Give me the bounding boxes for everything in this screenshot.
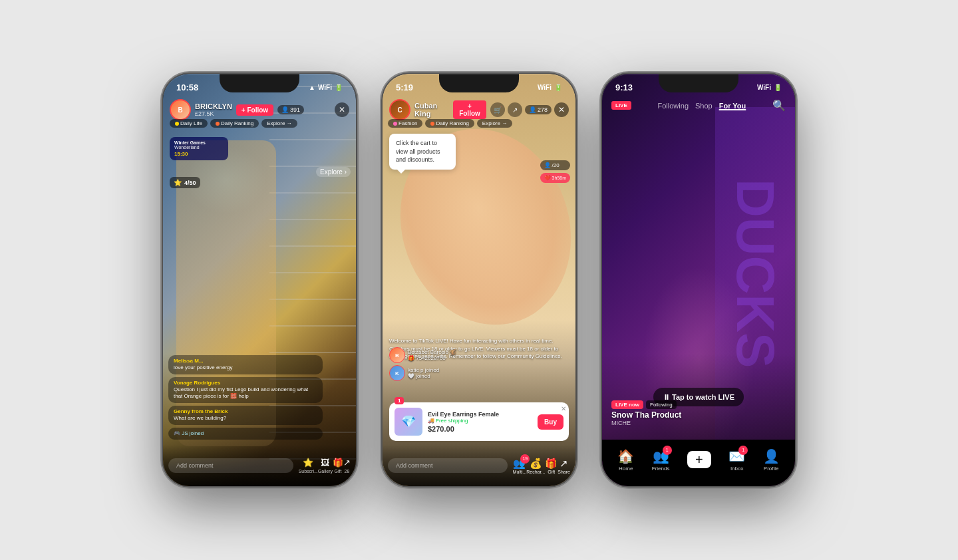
gift-btn-1[interactable]: 🎁 Gift [333,458,343,474]
status-icons-3: WiFi🔋 [757,84,782,91]
share-count-1[interactable]: ↗ 28 [343,458,351,474]
follow-button-1[interactable]: + Follow [236,104,273,116]
nav-friends[interactable]: 👥 1 Friends [652,448,670,472]
top-nav-3: Following Shop For You [658,102,746,110]
plus-btn[interactable]: + [687,451,711,468]
status-time-3: 9:13 [615,82,633,92]
live-now-badge: LIVE now [611,400,643,409]
creator-username-1: BRICKLYN [195,102,232,110]
cart-icon[interactable]: 🛒 [490,102,505,117]
tag-fashion[interactable]: Fashion [388,119,422,128]
creator-name-3: Snow Tha Product [611,410,681,420]
creator-avatar-2: C [389,99,410,120]
join-user-1: Betzabet Barceló 🐒 [408,349,456,355]
creator-avatar-1: B [170,99,191,120]
home-icon: 🏠 [617,448,634,464]
chat-msg-3: 🎮 JS joined [168,428,323,440]
comment-input-1[interactable]: Add comment [168,458,293,473]
multi-badge: 19 [520,454,530,464]
status-icons-2: WiFi🔋 [538,84,562,91]
bottom-nav-3: 🏠 Home 👥 1 Friends + [602,440,795,486]
share-icon-2[interactable]: ↗ [508,102,522,117]
live-badge-3: LIVE [611,101,631,110]
creator-followers-1: £27.5K [195,110,232,117]
tag-explore-1[interactable]: Explore → [261,119,297,128]
chat-msg-0: Melissa M... love your positive energy [168,355,323,374]
gift-btn-2[interactable]: 🎁 Gift [545,458,558,474]
product-image: 💎 [395,408,422,436]
viewer-count-2: 👤 278 [525,105,552,114]
product-close-btn[interactable]: ✕ [561,405,566,412]
heart-count-2: ❤️3h58m [540,173,570,183]
phones-container: 10:58 ▲WiFi🔋 B BRICKLYN £27.5K + Follow … [150,61,808,499]
join-text-2: 🤍 joined [408,373,439,379]
inbox-badge: 1 [738,446,748,455]
product-number: 1 [395,397,404,404]
close-button-1[interactable]: ✕ [335,102,349,117]
tag-daily-life[interactable]: Daily Life [170,119,208,128]
friends-badge: 1 [663,446,672,455]
tag-explore-2[interactable]: Explore → [477,119,512,128]
buy-button[interactable]: Buy [538,414,563,430]
close-button-2[interactable]: ✕ [554,102,569,117]
product-shipping: 🚚 Free shipping [428,418,532,424]
explore-btn-1[interactable]: Explore › [316,167,351,177]
product-price: $270.00 [428,425,532,433]
tooltip-box: Click the cart to view all products and … [389,134,456,170]
search-button-3[interactable]: 🔍 [772,99,786,112]
nav-profile[interactable]: 👤 Profile [763,448,780,472]
phone-3: DUCKS 9:13 WiFi🔋 LIVE Following Sho [602,74,795,486]
product-card-2: 1 💎 Evil Eye Earrings Female 🚚 Free ship… [389,402,569,441]
nav-for-you[interactable]: For You [719,102,746,110]
tag-daily-ranking-2[interactable]: Daily Ranking [425,119,474,128]
comment-input-2[interactable]: Add comment [388,458,508,473]
profile-icon: 👤 [763,448,780,464]
share-btn-2[interactable]: ↗ Share [558,458,570,474]
creator-username-2: Cuban King [414,102,449,118]
chat-msg-1: Vonage Rodrigues Question I just did my … [168,377,323,403]
phone-1: 10:58 ▲WiFi🔋 B BRICKLYN £27.5K + Follow … [163,74,356,486]
join-code-1: 🎁 7542628760 [408,355,456,361]
nav-shop[interactable]: Shop [695,102,713,110]
tag-daily-ranking[interactable]: Daily Ranking [210,119,259,128]
nav-inbox[interactable]: ✉️ 1 Inbox [728,448,745,472]
gallery-btn-1[interactable]: 🖼 Gallery [318,458,333,474]
status-time-2: 5:19 [396,82,413,92]
status-icons-1: ▲WiFi🔋 [309,84,343,91]
winter-timer: 15:30 [174,151,224,157]
product-name: Evil Eye Earrings Female [428,411,532,418]
chat-msg-2: Genny from the Brick What are we buildin… [168,406,323,425]
winter-subtitle: Wonderland [174,145,224,150]
following-badge: Following [646,400,677,409]
join-user-2: katie p joined [408,367,439,373]
phone-2: 5:19 WiFi🔋 C Cuban King + Follow 🛒 [383,74,575,486]
nav-following[interactable]: Following [658,102,689,110]
follow-button-2[interactable]: + Follow [453,100,486,119]
nav-home[interactable]: 🏠 Home [617,448,634,472]
nav-plus[interactable]: + [687,451,711,468]
subscribe-btn-1[interactable]: ⭐ Subscri... [299,458,318,474]
multi-btn[interactable]: 👥 19 Multi... [513,458,527,474]
winter-title: Winter Games [174,140,224,145]
status-time-1: 10:58 [176,82,198,92]
viewer-badge-2: 👤/20 [540,160,570,170]
viewer-count-1: 👤 391 [277,105,304,114]
creator-channel-3: MICHE [611,420,681,426]
